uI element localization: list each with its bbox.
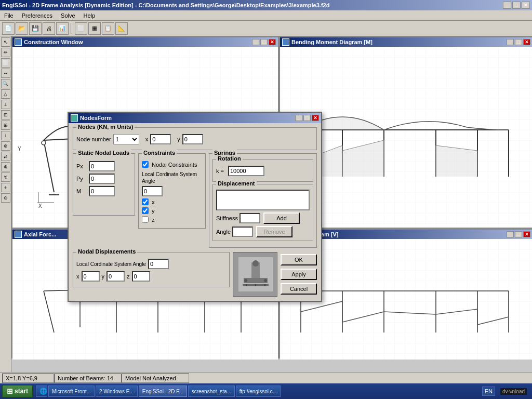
left-btn-8[interactable]: ⊡ [1,110,10,119]
node-thumbnail [233,252,277,297]
taskbar-item-4[interactable]: screenshot_sta... [188,385,235,397]
cz-label: z [152,217,155,223]
dialog-maximize[interactable]: □ [303,115,311,121]
left-btn-3[interactable]: ⬜ [1,58,10,68]
left-btn-6[interactable]: △ [1,89,10,99]
node-number-select[interactable]: 1 [113,134,139,144]
displacement-list[interactable] [216,190,310,210]
add-spring-button[interactable]: Add [263,212,300,224]
nodes-group: Nodes (KN, m Units) Node number 1 x y [73,127,317,150]
nodes-form-title-bar: NodesForm _ □ ✕ [69,113,321,123]
left-btn-14[interactable]: ↯ [1,172,10,182]
left-btn-2[interactable]: ✏ [1,48,10,57]
taskbar-item-2[interactable]: 2 Windows E... [96,385,138,397]
svg-point-19 [42,141,46,145]
cx-check[interactable] [142,198,149,205]
px-input[interactable] [89,161,115,171]
left-btn-11[interactable]: ⊗ [1,141,10,151]
node-number-label: Node number [76,136,111,142]
bending-close[interactable]: ✕ [523,39,530,45]
taskbar-item-5[interactable]: ftp://engissol.c... [236,385,281,397]
toolbar-chart[interactable]: 📊 [56,22,69,35]
download-badge: dv∿nload [500,388,527,395]
menu-file[interactable]: File [2,11,16,20]
left-btn-5[interactable]: 🔍 [1,79,10,88]
taskbar-item-1[interactable]: Microsoft Front... [48,385,95,397]
cancel-button[interactable]: Cancel [281,283,317,295]
py-input[interactable] [89,174,115,184]
local-cordinate-input[interactable] [142,186,163,196]
dialog-title-left: NodesForm [71,114,112,122]
construction-close[interactable]: ✕ [269,39,276,45]
start-label: start [15,388,28,395]
construction-minimize[interactable]: _ [252,39,259,45]
close-button[interactable]: ✕ [522,2,530,9]
angle-input[interactable] [232,227,253,237]
left-btn-10[interactable]: ↕ [1,131,10,140]
left-btn-4[interactable]: ↔ [1,69,10,78]
angle-row: Angle Remove [216,226,310,237]
nd-x-input[interactable] [82,271,100,282]
cy-check[interactable] [142,207,149,214]
construction-maximize[interactable]: □ [260,39,268,45]
shear-maximize[interactable]: □ [515,231,522,237]
stiffness-input[interactable] [240,213,260,223]
construction-title-bar: Construction Window _ □ ✕ [12,37,278,47]
bending-icon [282,38,289,46]
cx-label: x [152,199,155,205]
apply-button[interactable]: Apply [281,269,317,280]
taskbar-ie-icon[interactable]: 🌐 [36,385,47,397]
start-button[interactable]: ⊞ start [2,385,33,397]
left-btn-13[interactable]: ⊕ [1,162,10,171]
toolbar-save[interactable]: 💾 [29,22,42,35]
dialog-minimize[interactable]: _ [295,115,302,121]
shear-close[interactable]: ✕ [523,231,530,237]
bending-minimize[interactable]: _ [507,39,514,45]
shear-minimize[interactable]: _ [507,231,514,237]
left-btn-12[interactable]: ⇌ [1,152,10,161]
toolbar-open[interactable]: 📂 [16,22,28,35]
cz-check[interactable] [142,216,149,223]
left-btn-7[interactable]: ⟂ [1,100,10,109]
axial-icon [15,231,22,238]
taskbar-item-3[interactable]: EngiSSol - 2D F... [139,385,187,397]
nd-y-input[interactable] [107,271,125,282]
toolbar-box[interactable]: ⬜ [75,22,87,35]
toolbar-new[interactable]: 📄 [2,22,15,35]
dialog-close[interactable]: ✕ [312,115,319,121]
left-btn-1[interactable]: ↖ [1,37,10,47]
k-input[interactable] [228,166,264,176]
maximize-button[interactable]: □ [512,2,521,9]
minimize-button[interactable]: _ [503,2,511,9]
nodal-displacements-content: Local Cordinate System Angle x y z [76,259,226,282]
toolbar-table[interactable]: 📋 [102,22,114,35]
nd-local-input[interactable] [148,259,169,269]
toolbar-grid[interactable]: ▦ [88,22,101,35]
remove-spring-button[interactable]: Remove [256,226,292,237]
nodal-constraints-check[interactable] [142,161,149,168]
py-label: Py [76,176,87,182]
toolbar-print[interactable]: 🖨 [43,22,55,35]
menu-preferences[interactable]: Preferences [20,11,55,20]
taskbar-item-2-label: 2 Windows E... [99,389,134,394]
svg-point-53 [264,279,267,282]
left-btn-9[interactable]: ⊞ [1,121,10,130]
menu-solve[interactable]: Solve [59,11,77,20]
left-btn-15[interactable]: ⌖ [1,183,10,192]
x-input[interactable] [150,134,171,144]
left-btn-16[interactable]: ⊙ [1,193,10,203]
action-buttons: OK Apply Cancel [281,252,317,295]
m-input[interactable] [89,186,115,196]
ok-button[interactable]: OK [281,254,317,265]
nd-y-label: y [102,273,105,280]
y-input[interactable] [182,134,203,144]
bending-maximize[interactable]: □ [515,39,522,45]
construction-title-text: Construction Window [24,39,83,45]
nd-z-input[interactable] [132,271,150,282]
construction-title-left: Construction Window [15,38,83,46]
menu-help[interactable]: Help [82,11,98,20]
displacement-group: Displacement Stiffness Add [212,184,313,241]
rotation-label: Rotation [216,155,243,162]
toolbar-angle[interactable]: 📐 [115,22,128,35]
nodal-displacements-label: Nodal Displacements [76,248,137,255]
